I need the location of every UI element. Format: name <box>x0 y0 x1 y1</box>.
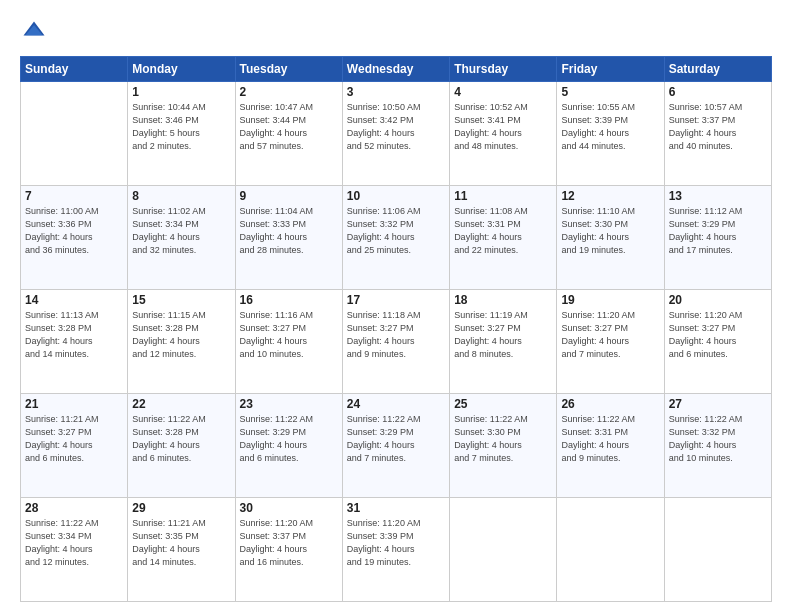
day-number: 4 <box>454 85 552 99</box>
calendar-cell: 14Sunrise: 11:13 AM Sunset: 3:28 PM Dayl… <box>21 290 128 394</box>
day-info: Sunrise: 11:20 AM Sunset: 3:37 PM Daylig… <box>240 517 338 569</box>
calendar-cell: 9Sunrise: 11:04 AM Sunset: 3:33 PM Dayli… <box>235 186 342 290</box>
day-number: 26 <box>561 397 659 411</box>
day-number: 11 <box>454 189 552 203</box>
calendar-cell: 2Sunrise: 10:47 AM Sunset: 3:44 PM Dayli… <box>235 82 342 186</box>
calendar-week-1: 1Sunrise: 10:44 AM Sunset: 3:46 PM Dayli… <box>21 82 772 186</box>
calendar-header-row: SundayMondayTuesdayWednesdayThursdayFrid… <box>21 57 772 82</box>
calendar-cell: 21Sunrise: 11:21 AM Sunset: 3:27 PM Dayl… <box>21 394 128 498</box>
calendar-cell: 1Sunrise: 10:44 AM Sunset: 3:46 PM Dayli… <box>128 82 235 186</box>
page: SundayMondayTuesdayWednesdayThursdayFrid… <box>0 0 792 612</box>
day-info: Sunrise: 11:22 AM Sunset: 3:31 PM Daylig… <box>561 413 659 465</box>
calendar-cell <box>664 498 771 602</box>
calendar-cell: 22Sunrise: 11:22 AM Sunset: 3:28 PM Dayl… <box>128 394 235 498</box>
day-info: Sunrise: 11:06 AM Sunset: 3:32 PM Daylig… <box>347 205 445 257</box>
calendar-cell: 19Sunrise: 11:20 AM Sunset: 3:27 PM Dayl… <box>557 290 664 394</box>
day-number: 15 <box>132 293 230 307</box>
day-info: Sunrise: 11:22 AM Sunset: 3:30 PM Daylig… <box>454 413 552 465</box>
day-number: 30 <box>240 501 338 515</box>
day-info: Sunrise: 11:12 AM Sunset: 3:29 PM Daylig… <box>669 205 767 257</box>
day-info: Sunrise: 11:08 AM Sunset: 3:31 PM Daylig… <box>454 205 552 257</box>
day-info: Sunrise: 11:21 AM Sunset: 3:27 PM Daylig… <box>25 413 123 465</box>
day-number: 5 <box>561 85 659 99</box>
day-number: 13 <box>669 189 767 203</box>
calendar-cell: 10Sunrise: 11:06 AM Sunset: 3:32 PM Dayl… <box>342 186 449 290</box>
calendar-cell <box>557 498 664 602</box>
day-number: 17 <box>347 293 445 307</box>
day-info: Sunrise: 11:22 AM Sunset: 3:34 PM Daylig… <box>25 517 123 569</box>
col-header-friday: Friday <box>557 57 664 82</box>
day-info: Sunrise: 10:55 AM Sunset: 3:39 PM Daylig… <box>561 101 659 153</box>
calendar-cell: 25Sunrise: 11:22 AM Sunset: 3:30 PM Dayl… <box>450 394 557 498</box>
day-info: Sunrise: 11:22 AM Sunset: 3:29 PM Daylig… <box>347 413 445 465</box>
logo <box>20 18 52 46</box>
calendar-cell: 5Sunrise: 10:55 AM Sunset: 3:39 PM Dayli… <box>557 82 664 186</box>
col-header-wednesday: Wednesday <box>342 57 449 82</box>
day-number: 24 <box>347 397 445 411</box>
calendar-cell: 12Sunrise: 11:10 AM Sunset: 3:30 PM Dayl… <box>557 186 664 290</box>
col-header-monday: Monday <box>128 57 235 82</box>
calendar-cell: 26Sunrise: 11:22 AM Sunset: 3:31 PM Dayl… <box>557 394 664 498</box>
day-info: Sunrise: 11:18 AM Sunset: 3:27 PM Daylig… <box>347 309 445 361</box>
day-number: 1 <box>132 85 230 99</box>
day-info: Sunrise: 10:50 AM Sunset: 3:42 PM Daylig… <box>347 101 445 153</box>
calendar-week-4: 21Sunrise: 11:21 AM Sunset: 3:27 PM Dayl… <box>21 394 772 498</box>
calendar-cell: 8Sunrise: 11:02 AM Sunset: 3:34 PM Dayli… <box>128 186 235 290</box>
calendar-cell <box>21 82 128 186</box>
day-number: 3 <box>347 85 445 99</box>
day-number: 19 <box>561 293 659 307</box>
day-info: Sunrise: 11:20 AM Sunset: 3:39 PM Daylig… <box>347 517 445 569</box>
calendar-cell: 11Sunrise: 11:08 AM Sunset: 3:31 PM Dayl… <box>450 186 557 290</box>
calendar-cell: 6Sunrise: 10:57 AM Sunset: 3:37 PM Dayli… <box>664 82 771 186</box>
day-info: Sunrise: 10:44 AM Sunset: 3:46 PM Daylig… <box>132 101 230 153</box>
day-number: 6 <box>669 85 767 99</box>
day-number: 21 <box>25 397 123 411</box>
calendar-cell: 28Sunrise: 11:22 AM Sunset: 3:34 PM Dayl… <box>21 498 128 602</box>
day-number: 18 <box>454 293 552 307</box>
day-info: Sunrise: 10:57 AM Sunset: 3:37 PM Daylig… <box>669 101 767 153</box>
calendar-cell: 18Sunrise: 11:19 AM Sunset: 3:27 PM Dayl… <box>450 290 557 394</box>
day-number: 23 <box>240 397 338 411</box>
col-header-tuesday: Tuesday <box>235 57 342 82</box>
header <box>20 18 772 46</box>
day-number: 25 <box>454 397 552 411</box>
day-info: Sunrise: 10:47 AM Sunset: 3:44 PM Daylig… <box>240 101 338 153</box>
calendar-week-5: 28Sunrise: 11:22 AM Sunset: 3:34 PM Dayl… <box>21 498 772 602</box>
day-number: 22 <box>132 397 230 411</box>
calendar-week-3: 14Sunrise: 11:13 AM Sunset: 3:28 PM Dayl… <box>21 290 772 394</box>
day-number: 9 <box>240 189 338 203</box>
day-info: Sunrise: 11:15 AM Sunset: 3:28 PM Daylig… <box>132 309 230 361</box>
day-number: 29 <box>132 501 230 515</box>
calendar-cell: 17Sunrise: 11:18 AM Sunset: 3:27 PM Dayl… <box>342 290 449 394</box>
calendar-table: SundayMondayTuesdayWednesdayThursdayFrid… <box>20 56 772 602</box>
calendar-cell: 27Sunrise: 11:22 AM Sunset: 3:32 PM Dayl… <box>664 394 771 498</box>
day-number: 28 <box>25 501 123 515</box>
day-info: Sunrise: 11:20 AM Sunset: 3:27 PM Daylig… <box>669 309 767 361</box>
day-number: 27 <box>669 397 767 411</box>
day-info: Sunrise: 11:16 AM Sunset: 3:27 PM Daylig… <box>240 309 338 361</box>
day-number: 16 <box>240 293 338 307</box>
calendar-cell: 13Sunrise: 11:12 AM Sunset: 3:29 PM Dayl… <box>664 186 771 290</box>
day-number: 8 <box>132 189 230 203</box>
col-header-sunday: Sunday <box>21 57 128 82</box>
day-info: Sunrise: 11:21 AM Sunset: 3:35 PM Daylig… <box>132 517 230 569</box>
day-number: 31 <box>347 501 445 515</box>
day-number: 2 <box>240 85 338 99</box>
day-info: Sunrise: 10:52 AM Sunset: 3:41 PM Daylig… <box>454 101 552 153</box>
calendar-cell <box>450 498 557 602</box>
logo-icon <box>20 18 48 46</box>
calendar-cell: 16Sunrise: 11:16 AM Sunset: 3:27 PM Dayl… <box>235 290 342 394</box>
day-number: 7 <box>25 189 123 203</box>
col-header-thursday: Thursday <box>450 57 557 82</box>
calendar-cell: 7Sunrise: 11:00 AM Sunset: 3:36 PM Dayli… <box>21 186 128 290</box>
day-info: Sunrise: 11:19 AM Sunset: 3:27 PM Daylig… <box>454 309 552 361</box>
day-info: Sunrise: 11:22 AM Sunset: 3:29 PM Daylig… <box>240 413 338 465</box>
day-info: Sunrise: 11:20 AM Sunset: 3:27 PM Daylig… <box>561 309 659 361</box>
day-info: Sunrise: 11:22 AM Sunset: 3:28 PM Daylig… <box>132 413 230 465</box>
day-number: 20 <box>669 293 767 307</box>
day-number: 12 <box>561 189 659 203</box>
day-info: Sunrise: 11:13 AM Sunset: 3:28 PM Daylig… <box>25 309 123 361</box>
calendar-cell: 4Sunrise: 10:52 AM Sunset: 3:41 PM Dayli… <box>450 82 557 186</box>
calendar-week-2: 7Sunrise: 11:00 AM Sunset: 3:36 PM Dayli… <box>21 186 772 290</box>
calendar-cell: 30Sunrise: 11:20 AM Sunset: 3:37 PM Dayl… <box>235 498 342 602</box>
